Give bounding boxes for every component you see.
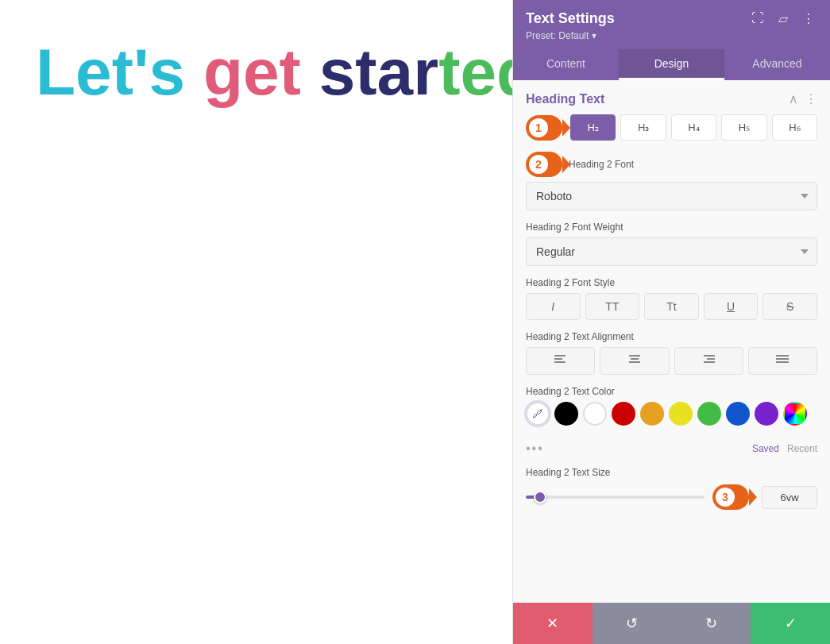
step-2-badge: 2	[526, 152, 562, 177]
section-more-icon[interactable]: ⋮	[805, 91, 817, 106]
font-style-field-group: Heading 2 Font Style I TT Tt U S	[513, 277, 830, 331]
svg-rect-0	[554, 355, 566, 357]
color-custom[interactable]	[783, 402, 807, 426]
section-title: Heading Text	[526, 92, 604, 106]
align-center-button[interactable]	[600, 347, 669, 375]
redo-icon: ↻	[705, 615, 717, 632]
alignment-buttons	[526, 347, 817, 375]
panel-footer: ✕ ↺ ↻ ✓	[513, 603, 830, 644]
split-icon[interactable]: ▱	[774, 10, 792, 27]
svg-rect-6	[629, 361, 640, 363]
h6-button[interactable]: H₆	[772, 114, 817, 141]
h4-button[interactable]: H₄	[671, 114, 716, 141]
step-1-number: 1	[529, 118, 548, 137]
saved-label[interactable]: Saved	[752, 443, 779, 454]
undo-icon: ↺	[626, 615, 638, 632]
svg-rect-9	[707, 358, 715, 360]
svg-rect-4	[629, 355, 640, 357]
panel-tabs: Content Design Advanced	[513, 49, 830, 80]
preview-word-3: star	[319, 36, 438, 108]
slider-track[interactable]	[526, 496, 705, 499]
strikethrough-button[interactable]: S	[762, 293, 817, 320]
allcaps-button[interactable]: TT	[585, 293, 640, 320]
h3-button[interactable]: H₃	[620, 114, 666, 141]
panel-body: Heading Text ∧ ⋮ 1 H₂ H₃ H₄ H₅ H₆	[513, 80, 830, 603]
cancel-button[interactable]: ✕	[513, 603, 593, 644]
preset-label[interactable]: Preset: Default	[526, 30, 817, 41]
color-swatches-row	[526, 402, 817, 426]
svg-rect-12	[776, 355, 789, 357]
more-colors-button[interactable]: •••	[526, 442, 544, 456]
svg-rect-8	[704, 355, 715, 357]
color-yellow[interactable]	[669, 402, 693, 426]
collapse-icon[interactable]: ∧	[789, 91, 798, 106]
h2-button[interactable]: H₂	[570, 114, 616, 141]
text-size-header: Heading 2 Text Size	[526, 467, 817, 478]
tab-design[interactable]: Design	[619, 49, 724, 80]
color-green[interactable]	[697, 402, 721, 426]
text-size-section: Heading 2 Text Size 3	[513, 467, 830, 521]
align-justify-button[interactable]	[748, 347, 817, 375]
color-extra-row: ••• Saved Recent	[513, 437, 830, 467]
font-select[interactable]: Roboto	[526, 182, 817, 210]
svg-rect-13	[776, 358, 789, 360]
italic-button[interactable]: I	[526, 293, 581, 320]
titlecase-button[interactable]: Tt	[644, 293, 699, 320]
align-right-button[interactable]	[674, 347, 743, 375]
step-3-badge: 3	[712, 484, 749, 510]
font-field-group: 2 Heading 2 Font Roboto	[513, 152, 830, 222]
eyedropper-button[interactable]	[526, 402, 550, 426]
panel-header-icons: ⛶ ▱ ⋮	[749, 10, 817, 27]
step-2-number: 2	[529, 155, 548, 174]
text-size-label: Heading 2 Text Size	[526, 467, 611, 478]
svg-rect-2	[554, 361, 566, 363]
confirm-button[interactable]: ✓	[751, 603, 830, 644]
slider-thumb[interactable]	[534, 491, 546, 503]
more-icon[interactable]: ⋮	[800, 10, 817, 27]
step-3-number: 3	[716, 488, 735, 507]
color-white[interactable]	[583, 402, 607, 426]
tab-content[interactable]: Content	[513, 49, 619, 80]
cancel-icon: ✕	[546, 615, 558, 632]
color-purple[interactable]	[755, 402, 778, 426]
font-weight-field-group: Heading 2 Font Weight Regular	[513, 222, 830, 277]
saved-recent: Saved Recent	[752, 443, 817, 454]
preview-heading: Let's get started	[36, 40, 536, 105]
heading-levels-row: 1 H₂ H₃ H₄ H₅ H₆	[513, 114, 830, 152]
recent-label[interactable]: Recent	[787, 443, 817, 454]
svg-rect-14	[776, 361, 789, 363]
confirm-icon: ✓	[785, 615, 797, 632]
text-alignment-field-group: Heading 2 Text Alignment	[513, 331, 830, 386]
color-black[interactable]	[554, 402, 578, 426]
slider-row: 3	[526, 484, 817, 510]
preview-area: Let's get started	[0, 0, 512, 644]
color-orange[interactable]	[640, 402, 664, 426]
color-blue[interactable]	[726, 402, 750, 426]
undo-button[interactable]: ↺	[593, 603, 672, 644]
step-1-badge: 1	[526, 115, 562, 141]
svg-rect-1	[554, 358, 562, 360]
section-header-icons: ∧ ⋮	[789, 91, 817, 106]
svg-rect-10	[704, 361, 715, 363]
font-style-buttons: I TT Tt U S	[526, 293, 817, 320]
text-settings-panel: Text Settings ⛶ ▱ ⋮ Preset: Default Cont…	[512, 0, 830, 644]
redo-button[interactable]: ↻	[672, 603, 751, 644]
h5-button[interactable]: H₅	[721, 114, 766, 141]
panel-header: Text Settings ⛶ ▱ ⋮ Preset: Default	[513, 0, 830, 49]
font-label: Heading 2 Font	[569, 159, 634, 170]
font-weight-label: Heading 2 Font Weight	[526, 222, 817, 233]
panel-title: Text Settings	[526, 10, 615, 27]
tab-advanced[interactable]: Advanced	[724, 49, 830, 80]
svg-rect-5	[631, 358, 639, 360]
fullscreen-icon[interactable]: ⛶	[749, 10, 766, 27]
text-size-input[interactable]	[762, 486, 817, 509]
text-color-field-group: Heading 2 Text Color	[513, 386, 830, 437]
text-alignment-label: Heading 2 Text Alignment	[526, 331, 817, 342]
align-left-button[interactable]	[526, 347, 595, 375]
font-weight-select[interactable]: Regular	[526, 237, 817, 266]
preview-word-1: Let's	[36, 36, 185, 108]
color-red[interactable]	[612, 402, 635, 426]
preview-word-2: get	[203, 36, 301, 108]
underline-button[interactable]: U	[704, 293, 759, 320]
section-header: Heading Text ∧ ⋮	[513, 80, 830, 114]
